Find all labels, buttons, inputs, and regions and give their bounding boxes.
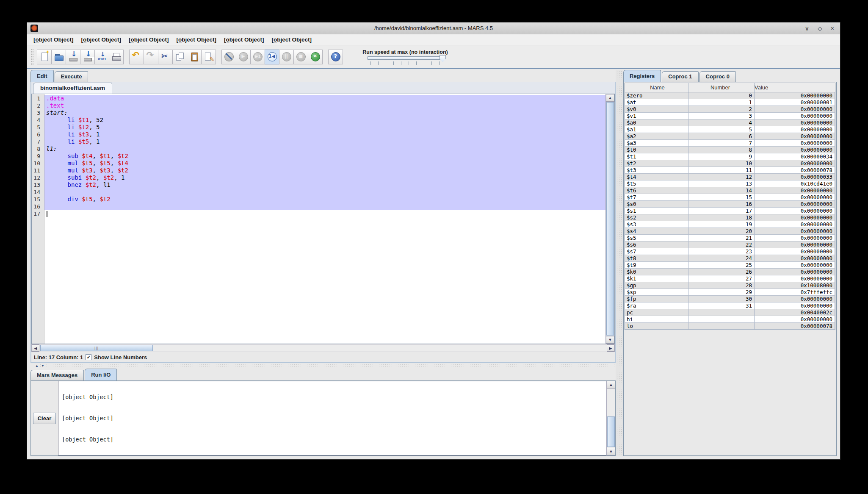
- tab-run-io[interactable]: Run I/O: [85, 369, 117, 380]
- divider-collapse-up-icon[interactable]: ▲: [35, 364, 39, 368]
- new-file-button[interactable]: [37, 50, 52, 64]
- register-value[interactable]: 0x00000078: [755, 167, 835, 174]
- undo-button[interactable]: [129, 50, 144, 64]
- register-row: $t8 24 0x00000000: [625, 255, 835, 262]
- open-file-button[interactable]: [51, 50, 66, 64]
- copy-button[interactable]: [172, 50, 187, 64]
- toolbar-edit-group: [129, 50, 216, 64]
- column-header-number: Number: [688, 83, 755, 92]
- tab-registers[interactable]: Registers: [623, 70, 661, 82]
- editor-hscroll-track[interactable]: |||: [39, 344, 607, 352]
- register-value[interactable]: 0x7fffeffc: [755, 289, 835, 296]
- register-value[interactable]: 0x00000000: [755, 126, 835, 133]
- register-value[interactable]: 0x10008000: [755, 282, 835, 289]
- backstep-button[interactable]: [265, 50, 279, 64]
- paste-button[interactable]: [187, 50, 202, 64]
- tab-edit[interactable]: Edit: [30, 70, 54, 82]
- scroll-right-icon[interactable]: ▶: [607, 344, 614, 352]
- redo-button[interactable]: [144, 50, 158, 64]
- register-value[interactable]: 0x00000000: [755, 316, 835, 323]
- register-value[interactable]: 0x00000000: [755, 262, 835, 269]
- register-value[interactable]: 0x00000000: [755, 235, 835, 241]
- help-button[interactable]: [328, 50, 343, 64]
- run-io-output[interactable]: [object Object] [object Object] [object …: [58, 381, 606, 455]
- scroll-left-icon[interactable]: ◀: [32, 344, 39, 352]
- clear-button[interactable]: Clear: [33, 413, 56, 424]
- run-io-message: [object Object]: [62, 436, 606, 455]
- find-replace-button[interactable]: [201, 50, 216, 64]
- register-value[interactable]: 0x00000000: [755, 194, 835, 201]
- register-value[interactable]: 0x00000000: [755, 106, 835, 113]
- tab-coproc1[interactable]: Coproc 1: [662, 71, 698, 82]
- run-speed-slider[interactable]: [367, 56, 443, 60]
- register-value[interactable]: 0x00000000: [755, 140, 835, 147]
- menu-item[interactable]: [object Object]: [30, 35, 77, 44]
- register-value[interactable]: 0x00000000: [755, 92, 835, 99]
- run-button[interactable]: [236, 50, 251, 64]
- reset-button[interactable]: [308, 50, 323, 64]
- menu-item[interactable]: [object Object]: [174, 35, 220, 44]
- dump-memory-button[interactable]: [94, 50, 109, 64]
- toolbar-drag-handle[interactable]: [30, 49, 34, 65]
- scroll-up-icon[interactable]: ▲: [607, 381, 615, 389]
- divider-collapse-down-icon[interactable]: ▼: [41, 364, 45, 368]
- pause-button[interactable]: [279, 50, 294, 64]
- register-value[interactable]: 0x00000000: [755, 269, 835, 275]
- tab-execute[interactable]: Execute: [55, 71, 88, 82]
- register-value[interactable]: 0x00000000: [755, 133, 835, 140]
- register-value[interactable]: 0x00000000: [755, 214, 835, 221]
- register-value[interactable]: 0x00000000: [755, 296, 835, 303]
- code-token: $t2: [103, 174, 114, 181]
- menu-item[interactable]: [object Object]: [269, 35, 315, 44]
- register-value[interactable]: 0x00000000: [755, 303, 835, 309]
- show-line-numbers-checkbox[interactable]: ✓: [86, 354, 91, 360]
- editor-vscroll-thumb[interactable]: [606, 102, 614, 336]
- print-button[interactable]: [109, 50, 124, 64]
- menu-item[interactable]: [object Object]: [126, 35, 172, 44]
- menu-item[interactable]: [object Object]: [221, 35, 267, 44]
- register-value[interactable]: 0x00000000: [755, 187, 835, 194]
- run-io-vscroll-thumb[interactable]: [607, 416, 615, 447]
- stop-button[interactable]: [293, 50, 308, 64]
- register-value[interactable]: 0x00000000: [755, 201, 835, 208]
- step-button[interactable]: [250, 50, 265, 64]
- menu-item[interactable]: [object Object]: [78, 35, 124, 44]
- register-value[interactable]: 0x00000000: [755, 119, 835, 126]
- register-value[interactable]: 0x00000000: [755, 248, 835, 255]
- register-row: $t9 25 0x00000000: [625, 262, 835, 269]
- register-value[interactable]: 0x00000034: [755, 153, 835, 160]
- register-value[interactable]: 0x10cd41e0: [755, 180, 835, 187]
- register-value[interactable]: 0x00000000: [755, 228, 835, 235]
- code-text-area[interactable]: .data .text start: li $t1, 52 li $t2, 5 …: [44, 94, 605, 344]
- run-speed-slider-thumb[interactable]: [440, 55, 446, 62]
- tab-coproc0[interactable]: Coproc 0: [699, 71, 736, 82]
- scroll-up-icon[interactable]: ▲: [606, 94, 614, 102]
- register-value[interactable]: 0x00000000: [755, 221, 835, 228]
- tab-mars-messages[interactable]: Mars Messages: [30, 370, 84, 380]
- file-tab[interactable]: binomialkoeffizient.asm: [33, 83, 112, 94]
- save-as-button[interactable]: [80, 50, 95, 64]
- register-value[interactable]: 0x00000000: [755, 241, 835, 248]
- scroll-down-icon[interactable]: ▼: [606, 336, 614, 344]
- code-token: [46, 167, 68, 174]
- register-value[interactable]: 0x00000000: [755, 147, 835, 153]
- split-divider-vertical[interactable]: [616, 70, 623, 456]
- register-value[interactable]: 0x00000000: [755, 208, 835, 214]
- register-value[interactable]: 0x00000000: [755, 275, 835, 282]
- register-value[interactable]: 0x00000078: [755, 323, 835, 330]
- editor-vscroll-track[interactable]: [606, 102, 614, 336]
- save-button[interactable]: [66, 50, 80, 64]
- assemble-button[interactable]: [221, 50, 236, 64]
- run-io-vscroll-track[interactable]: [607, 389, 615, 448]
- register-value[interactable]: 0x00000001: [755, 99, 835, 106]
- register-value[interactable]: 0x00000000: [755, 113, 835, 119]
- register-value[interactable]: 0x00000033: [755, 174, 835, 180]
- register-value[interactable]: 0x0040002c: [755, 309, 835, 316]
- editor-hscroll-thumb[interactable]: |||: [40, 345, 153, 351]
- title-bar[interactable]: /home/david/binomialkoeffizient.asm - MA…: [27, 22, 840, 34]
- register-value[interactable]: 0x00000000: [755, 160, 835, 167]
- register-value[interactable]: 0x00000000: [755, 255, 835, 262]
- split-divider-horizontal[interactable]: ▲ ▼: [30, 363, 616, 369]
- cut-button[interactable]: [158, 50, 173, 64]
- scroll-down-icon[interactable]: ▼: [607, 448, 615, 455]
